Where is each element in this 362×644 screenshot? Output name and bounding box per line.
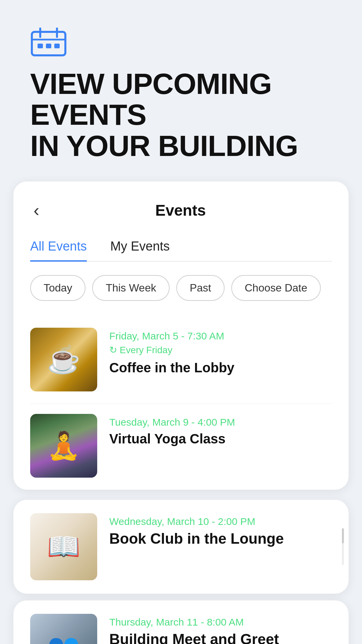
event-item-coffee[interactable]: Friday, March 5 - 7:30 AM ↻ Every Friday…: [30, 318, 332, 404]
recur-icon: ↻: [109, 344, 117, 356]
header-section: VIEW UPCOMING EVENTS IN YOUR BUILDING: [0, 0, 362, 175]
back-button[interactable]: ‹: [30, 198, 43, 222]
event-info-yoga: Tuesday, March 9 - 4:00 PM Virtual Yoga …: [109, 414, 332, 447]
event-name-coffee: Coffee in the Lobby: [109, 360, 332, 376]
card-title: Events: [49, 201, 332, 219]
event-image-yoga: [30, 414, 97, 478]
event-image-bookclub: [30, 513, 97, 580]
event-name-meetgreet: Building Meet and Greet: [109, 631, 332, 644]
tab-my-events[interactable]: My Events: [110, 236, 170, 262]
filter-today[interactable]: Today: [30, 275, 85, 301]
calendar-icon: [30, 27, 67, 57]
event-name-yoga: Virtual Yoga Class: [109, 431, 332, 447]
event-date-meetgreet: Thursday, March 11 - 8:00 AM: [109, 616, 332, 628]
events-card: ‹ Events All Events My Events Today This…: [13, 181, 349, 490]
event-date-yoga: Tuesday, March 9 - 4:00 PM: [109, 417, 332, 428]
filter-row: Today This Week Past Choose Date: [30, 275, 332, 301]
event-info-coffee: Friday, March 5 - 7:30 AM ↻ Every Friday…: [109, 328, 332, 376]
event-image-coffee: [30, 328, 97, 391]
event-recurring-coffee: ↻ Every Friday: [109, 344, 332, 356]
event-info-bookclub: Wednesday, March 10 - 2:00 PM Book Club …: [109, 513, 332, 548]
event-date-coffee: Friday, March 5 - 7:30 AM: [109, 330, 332, 342]
scrollbar-thumb: [342, 528, 344, 543]
event-item-meetgreet[interactable]: Thursday, March 11 - 8:00 AM Building Me…: [13, 600, 349, 644]
tab-all-events[interactable]: All Events: [30, 236, 87, 262]
event-date-bookclub: Wednesday, March 10 - 2:00 PM: [109, 516, 332, 527]
event-info-meetgreet: Thursday, March 11 - 8:00 AM Building Me…: [109, 614, 332, 644]
page-title: VIEW UPCOMING EVENTS IN YOUR BUILDING: [30, 68, 332, 161]
filter-past[interactable]: Past: [176, 275, 225, 301]
svg-rect-5: [46, 44, 51, 48]
svg-rect-6: [54, 44, 60, 48]
event-name-bookclub: Book Club in the Lounge: [109, 530, 332, 548]
event-image-meetgreet: [30, 614, 97, 644]
card-header: ‹ Events: [30, 198, 332, 222]
event-list: Friday, March 5 - 7:30 AM ↻ Every Friday…: [30, 318, 332, 490]
event-item-bookclub[interactable]: Wednesday, March 10 - 2:00 PM Book Club …: [13, 500, 349, 594]
svg-rect-4: [38, 44, 43, 48]
scrollbar-hint: [342, 528, 344, 565]
below-card-area: Wednesday, March 10 - 2:00 PM Book Club …: [0, 500, 362, 644]
event-item-yoga[interactable]: Tuesday, March 9 - 4:00 PM Virtual Yoga …: [30, 404, 332, 490]
tabs-container: All Events My Events: [30, 236, 332, 262]
filter-this-week[interactable]: This Week: [92, 275, 170, 301]
filter-choose-date[interactable]: Choose Date: [231, 275, 321, 301]
